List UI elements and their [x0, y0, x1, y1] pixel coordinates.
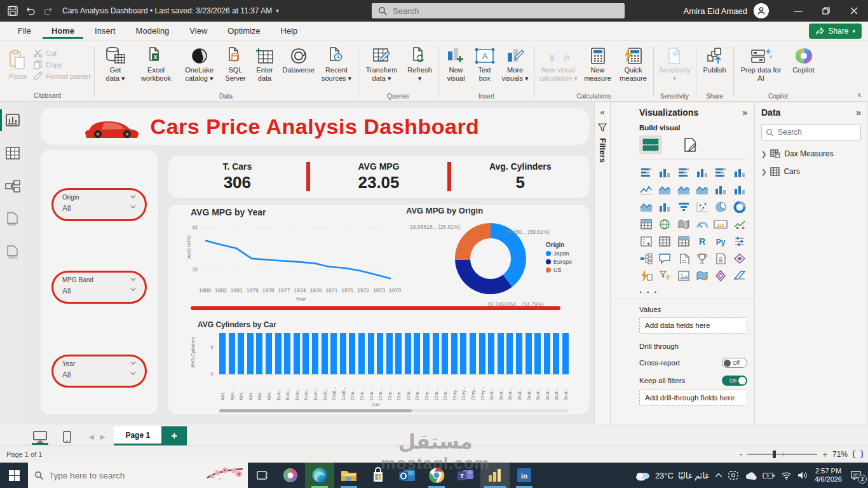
visual-icon-metrics[interactable]: [695, 252, 709, 265]
data-search-box[interactable]: [761, 124, 861, 140]
visual-icon-r-script[interactable]: R: [695, 235, 709, 248]
visual-icon-treemap[interactable]: [639, 218, 653, 231]
global-search-input[interactable]: [393, 6, 618, 16]
chevron-down-icon[interactable]: [130, 276, 136, 282]
collapse-data-pane-icon[interactable]: »: [856, 107, 861, 118]
share-button[interactable]: Share ▾: [809, 24, 862, 39]
restore-button[interactable]: [812, 0, 840, 22]
origin-slicer[interactable]: Origin All: [51, 188, 147, 221]
taskbar-app-powerbi[interactable]: [480, 463, 510, 488]
taskbar-app-linkedin[interactable]: in: [510, 463, 539, 488]
expand-filters-icon[interactable]: «: [600, 107, 604, 117]
bar[interactable]: [238, 333, 244, 374]
filters-pane-label[interactable]: Filters: [598, 138, 607, 163]
tab-file[interactable]: File: [9, 23, 40, 39]
visual-icon-clustered-bar[interactable]: [677, 166, 691, 179]
global-search-box[interactable]: [372, 3, 625, 18]
bar[interactable]: [553, 333, 559, 374]
report-view-button[interactable]: [0, 111, 25, 130]
visual-icon-image[interactable]: [677, 269, 691, 282]
tab-home[interactable]: Home: [43, 23, 83, 39]
cut-button[interactable]: Cut: [33, 48, 92, 58]
bar[interactable]: [516, 333, 522, 374]
mobile-layout-button[interactable]: [56, 428, 78, 445]
more-visuals-button[interactable]: More visuals ▾: [499, 44, 532, 92]
tab-optimize[interactable]: Optimize: [219, 23, 269, 39]
visual-icon-power-platform[interactable]: [733, 269, 747, 282]
visual-icon-stacked-area[interactable]: [677, 184, 691, 196]
quick-measure-button[interactable]: Quick measure: [616, 44, 651, 92]
visual-icon-funnel[interactable]: [677, 201, 691, 214]
visual-icon-waterfall[interactable]: [658, 201, 672, 214]
build-visual-tab[interactable]: [639, 135, 662, 154]
get-data-button[interactable]: Get data ▾: [97, 44, 134, 92]
table-view-button[interactable]: [0, 144, 25, 163]
visual-icon-pie[interactable]: [714, 201, 728, 214]
notification-center-button[interactable]: 2: [848, 468, 864, 482]
data-item-cars[interactable]: ❯ Cars: [761, 167, 861, 176]
volume-icon[interactable]: [797, 471, 809, 480]
data-item-dax-measures[interactable]: ❯ Dax Measures: [761, 149, 861, 158]
clock[interactable]: 2:57 PM 4/6/2026: [815, 467, 842, 484]
visual-icon-line-stacked-column[interactable]: [714, 184, 728, 196]
undo-icon[interactable]: [22, 2, 39, 20]
visual-icon-dynamics[interactable]: [714, 269, 728, 282]
previous-page-arrow[interactable]: ◀: [89, 433, 94, 440]
save-icon[interactable]: [4, 2, 22, 20]
transform-data-button[interactable]: Transform data ▾: [361, 44, 403, 92]
text-box-button[interactable]: AText box: [472, 44, 498, 92]
visual-icon-clustered-column[interactable]: [695, 166, 709, 179]
taskbar-app-copilot[interactable]: [276, 463, 305, 488]
data-search-input[interactable]: [778, 128, 857, 137]
new-page-button[interactable]: +: [161, 426, 187, 445]
visual-icon-power-automate[interactable]: [639, 269, 653, 282]
visual-icon-gauge[interactable]: [695, 218, 709, 231]
bar[interactable]: [506, 333, 513, 374]
bar[interactable]: [284, 333, 290, 374]
bar[interactable]: [219, 333, 226, 374]
tmdl-view-button[interactable]: TMDL: [0, 243, 25, 262]
tab-modeling[interactable]: Modeling: [127, 23, 179, 39]
collapse-visualizations-icon[interactable]: »: [742, 107, 747, 118]
chevron-down-icon[interactable]: [130, 370, 136, 376]
visual-icon-100-stacked-bar[interactable]: [714, 166, 728, 179]
zoom-in-button[interactable]: +: [822, 450, 827, 459]
keep-all-filters-toggle[interactable]: On: [722, 376, 747, 386]
visual-icon-kpi[interactable]: [733, 218, 747, 231]
bar[interactable]: [488, 333, 494, 374]
minimize-button[interactable]: —: [784, 0, 812, 22]
visual-icon-stacked-column[interactable]: [658, 166, 672, 179]
bar[interactable]: [266, 333, 272, 374]
visual-icon-card[interactable]: 123: [714, 218, 728, 231]
next-page-arrow[interactable]: ▶: [100, 433, 105, 440]
taskbar-search-input[interactable]: [49, 471, 176, 480]
task-view-button[interactable]: [248, 463, 276, 488]
bar[interactable]: [451, 333, 458, 374]
chevron-down-icon[interactable]: [130, 194, 136, 200]
enter-data-button[interactable]: Enter data: [251, 44, 279, 92]
avatar[interactable]: [754, 3, 769, 18]
wifi-icon[interactable]: [781, 471, 792, 480]
chevron-down-icon[interactable]: [130, 360, 136, 366]
page-tab[interactable]: Page 1: [114, 426, 161, 445]
excel-workbook-button[interactable]: XExcel workbook: [135, 44, 177, 92]
dax-query-view-button[interactable]: DAX: [0, 210, 25, 229]
bar[interactable]: [322, 333, 328, 374]
zoom-out-button[interactable]: -: [740, 449, 743, 459]
bar[interactable]: [294, 333, 300, 374]
visual-icon-parameter[interactable]: [733, 235, 747, 248]
avg-mpg-by-origin-chart[interactable]: AVG MPG by Origin 19.68818... (25.61%) 3…: [405, 205, 588, 306]
battery-icon[interactable]: [763, 472, 775, 479]
bar[interactable]: [470, 333, 476, 374]
format-visual-tab[interactable]: [679, 135, 702, 154]
avg-mpg-by-year-chart[interactable]: AVG MPG by Year AVG MPG 4020 19801982198…: [181, 207, 410, 302]
weather-widget[interactable]: 23°C غائم غالبًا: [634, 470, 709, 481]
onedrive-icon[interactable]: [744, 471, 757, 480]
bar[interactable]: [358, 333, 365, 374]
bar[interactable]: [247, 333, 254, 374]
bar[interactable]: [442, 333, 448, 374]
dataverse-button[interactable]: Dataverse: [280, 44, 317, 92]
mpg-band-slicer[interactable]: MPG Band All: [51, 271, 147, 304]
tab-insert[interactable]: Insert: [86, 23, 125, 39]
bar[interactable]: [544, 333, 550, 374]
